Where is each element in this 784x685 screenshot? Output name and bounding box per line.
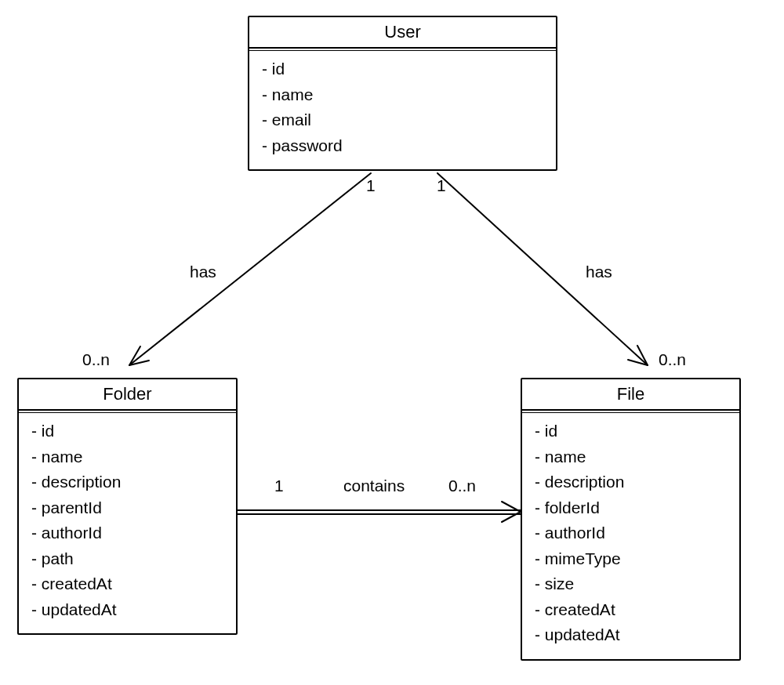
- attr: - authorId: [31, 520, 223, 546]
- attr: - size: [535, 571, 727, 597]
- mult-user-folder-from: 1: [366, 176, 376, 195]
- uml-diagram: User - id - name - email - password Fold…: [0, 0, 784, 685]
- entity-user-title: User: [249, 17, 556, 49]
- attr: - createdAt: [31, 571, 223, 597]
- entity-file-attrs: - id - name - description - folderId - a…: [522, 411, 739, 659]
- attr: - path: [31, 546, 223, 572]
- entity-folder: Folder - id - name - description - paren…: [17, 378, 238, 635]
- attr: - email: [262, 107, 543, 133]
- label-folder-file: contains: [343, 477, 405, 495]
- mult-user-file-to: 0..n: [659, 350, 686, 369]
- attr: - folderId: [535, 495, 727, 521]
- label-user-file: has: [586, 263, 612, 281]
- entity-folder-attrs: - id - name - description - parentId - a…: [19, 411, 236, 633]
- attr: - description: [535, 469, 727, 495]
- attr: - updatedAt: [31, 597, 223, 623]
- attr: - password: [262, 133, 543, 159]
- attr: - id: [31, 419, 223, 444]
- attr: - name: [535, 444, 727, 470]
- mult-folder-file-from: 1: [274, 477, 284, 495]
- edge-user-folder: [129, 173, 371, 365]
- entity-user: User - id - name - email - password: [248, 16, 557, 171]
- attr: - name: [262, 82, 543, 108]
- entity-file: File - id - name - description - folderI…: [521, 378, 741, 661]
- attr: - authorId: [535, 520, 727, 546]
- entity-folder-title: Folder: [19, 379, 236, 411]
- mult-user-folder-to: 0..n: [82, 350, 110, 369]
- arrowhead-user-file: [628, 346, 648, 365]
- attr: - createdAt: [535, 597, 727, 623]
- attr: - mimeType: [535, 546, 727, 572]
- attr: - parentId: [31, 495, 223, 521]
- mult-user-file-from: 1: [437, 176, 446, 195]
- arrowhead-user-folder: [129, 346, 149, 365]
- attr: - description: [31, 469, 223, 495]
- mult-folder-file-to: 0..n: [448, 477, 476, 495]
- attr: - updatedAt: [535, 622, 727, 648]
- edge-user-file: [437, 173, 648, 365]
- arrowhead-folder-file: [502, 502, 521, 522]
- label-user-folder: has: [190, 263, 216, 281]
- attr: - id: [262, 56, 543, 82]
- attr: - name: [31, 444, 223, 470]
- attr: - id: [535, 419, 727, 444]
- entity-user-attrs: - id - name - email - password: [249, 49, 556, 169]
- entity-file-title: File: [522, 379, 739, 411]
